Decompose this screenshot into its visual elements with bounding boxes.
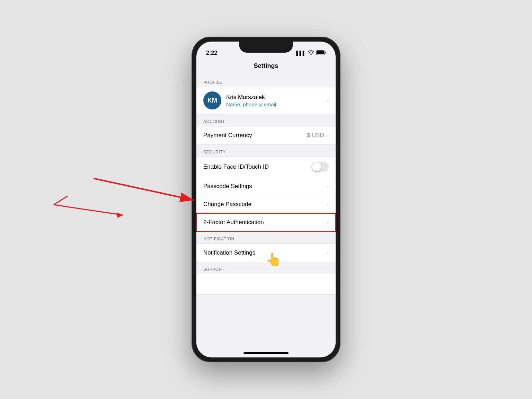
passcode-settings-label: Passcode Settings [203,183,327,190]
change-passcode-chevron: › [327,201,329,207]
scene: 2:22 ▌▌▌ [0,0,532,399]
profile-subtitle: Name, phone & email [226,101,327,107]
payment-currency-chevron: › [327,132,329,139]
two-factor-auth-chevron: › [327,219,329,225]
svg-line-2 [54,196,68,205]
passcode-settings-chevron: › [327,183,329,189]
notch [239,42,293,53]
status-icons: ▌▌▌ [296,50,326,56]
payment-currency-item[interactable]: Payment Currency $ USD › [196,126,336,144]
passcode-settings-item[interactable]: Passcode Settings › [196,177,336,195]
profile-chevron: › [327,97,329,104]
profile-info: Kris Marszalek Name, phone & email [226,94,327,107]
status-time: 2:22 [206,50,217,56]
battery-icon [316,50,326,56]
security-section-list: Enable Face ID/Touch ID Passcode Setting… [196,157,336,232]
face-id-toggle[interactable] [311,162,329,172]
change-passcode-label: Change Passcode [203,201,327,208]
change-passcode-item[interactable]: Change Passcode › [196,195,336,213]
face-id-label: Enable Face ID/Touch ID [203,163,311,170]
screen: 2:22 ▌▌▌ [196,42,336,357]
svg-rect-4 [317,51,324,54]
toggle-thumb [312,162,321,171]
notification-settings-item[interactable]: Notification Settings › [196,244,336,262]
content-area: Settings PROFILE KM Kris Marszalek Name,… [196,58,336,346]
notification-settings-chevron: › [327,250,329,256]
profile-item[interactable]: KM Kris Marszalek Name, phone & email › [196,87,336,114]
notification-section-list: Notification Settings › [196,243,336,262]
section-header-account: ACCOUNT [196,114,336,126]
face-id-item[interactable]: Enable Face ID/Touch ID [196,157,336,177]
home-indicator [243,352,289,354]
signal-icon: ▌▌▌ [296,51,306,56]
bottom-spacer [196,295,336,309]
two-factor-auth-item[interactable]: 2-Factor Authentication › [196,213,336,231]
payment-currency-label: Payment Currency [203,132,307,139]
section-header-profile: PROFILE [196,75,336,87]
annotation-arrow [54,205,133,225]
section-header-notification: NOTIFICATION [196,232,336,243]
avatar: KM [203,91,221,109]
support-section-list [196,274,336,295]
iphone-shell: 2:22 ▌▌▌ [192,37,340,362]
svg-marker-1 [117,212,123,218]
account-section-list: Payment Currency $ USD › [196,126,336,145]
section-header-support: SUPPORT [196,262,336,274]
notification-settings-label: Notification Settings [203,249,327,256]
two-factor-auth-label: 2-Factor Authentication [203,219,327,226]
profile-section-list: KM Kris Marszalek Name, phone & email › [196,87,336,114]
svg-line-0 [54,205,123,215]
profile-name: Kris Marszalek [226,94,327,101]
section-header-security: SECURITY [196,145,336,157]
svg-line-6 [94,178,194,200]
page-title: Settings [196,58,336,75]
payment-currency-value: $ USD [307,132,324,139]
wifi-icon [308,50,314,56]
